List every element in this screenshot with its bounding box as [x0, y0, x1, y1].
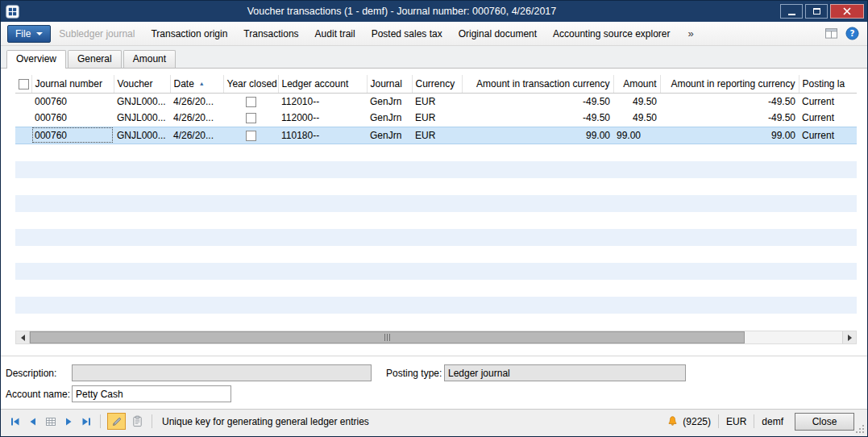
- cell-year-closed[interactable]: [223, 127, 278, 144]
- column-header-amount[interactable]: Amount: [613, 75, 660, 93]
- menu-item-accounting-source-explorer[interactable]: Accounting source explorer: [545, 28, 678, 40]
- table-row[interactable]: 000760 GNJL000... 4/26/20... 112000-- Ge…: [15, 110, 857, 127]
- scrollbar-track[interactable]: [30, 331, 842, 343]
- select-all-checkbox[interactable]: [19, 79, 29, 89]
- scrollbar-grip-icon: [387, 334, 388, 341]
- first-record-button[interactable]: [7, 414, 23, 429]
- cell-journal[interactable]: GenJrn: [367, 127, 412, 144]
- menu-item-transaction-origin[interactable]: Transaction origin: [143, 28, 235, 40]
- cell-amount[interactable]: 99.00: [613, 127, 660, 144]
- resize-grip[interactable]: [855, 424, 866, 435]
- select-all-header[interactable]: [15, 75, 31, 93]
- column-header-posting-layer[interactable]: Posting la: [799, 75, 857, 93]
- cell-journal[interactable]: GenJrn: [367, 93, 412, 110]
- previous-record-button[interactable]: [25, 414, 40, 429]
- row-selector[interactable]: [15, 127, 31, 144]
- cell-currency[interactable]: EUR: [412, 110, 462, 127]
- tab-strip: Overview General Amount: [1, 46, 867, 69]
- column-header-year-closed[interactable]: Year closed: [223, 75, 278, 93]
- column-header-journal[interactable]: Journal: [367, 75, 412, 93]
- cell-ledger-account[interactable]: 112010--: [278, 93, 367, 110]
- row-selector[interactable]: [15, 110, 31, 127]
- cell-year-closed[interactable]: [223, 93, 278, 110]
- cell-amount-transaction-currency[interactable]: 99.00: [462, 127, 613, 144]
- maximize-button[interactable]: [805, 4, 828, 19]
- tab-overview[interactable]: Overview: [6, 50, 66, 69]
- account-name-field[interactable]: [72, 385, 231, 402]
- notification-count[interactable]: (9225): [683, 416, 711, 427]
- status-help-text: Unique key for generating general ledger…: [162, 416, 369, 427]
- column-header-amount-reporting-currency[interactable]: Amount in reporting currency: [660, 75, 799, 93]
- cell-voucher[interactable]: GNJL000...: [114, 110, 170, 127]
- cell-journal[interactable]: GenJrn: [367, 110, 412, 127]
- posting-type-label: Posting type:: [386, 368, 442, 379]
- notifications-bell-icon[interactable]: [665, 414, 680, 429]
- column-header-ledger-account[interactable]: Ledger account: [278, 75, 367, 93]
- cell-date[interactable]: 4/26/20...: [170, 93, 223, 110]
- minimize-button[interactable]: [780, 4, 803, 19]
- close-window-button[interactable]: [830, 4, 864, 19]
- cell-posting-layer[interactable]: Current: [799, 110, 857, 127]
- menu-item-posted-sales-tax[interactable]: Posted sales tax: [363, 28, 451, 40]
- table-row-selected[interactable]: 000760 GNJL000... 4/26/20... 110180-- Ge…: [15, 127, 857, 144]
- column-header-amount-transaction-currency[interactable]: Amount in transaction currency: [462, 75, 613, 93]
- cell-currency[interactable]: EUR: [412, 127, 462, 144]
- tab-general[interactable]: General: [68, 50, 122, 68]
- cell-amount-reporting-currency[interactable]: -49.50: [660, 110, 799, 127]
- cell-posting-layer[interactable]: Current: [799, 93, 857, 110]
- cell-amount[interactable]: 49.50: [613, 93, 660, 110]
- column-label: Journal: [371, 78, 402, 89]
- cell-amount[interactable]: 49.50: [613, 110, 660, 127]
- file-menu-button[interactable]: File: [7, 25, 51, 43]
- year-closed-checkbox[interactable]: [246, 131, 256, 141]
- cell-voucher[interactable]: GNJL000...: [114, 93, 170, 110]
- year-closed-checkbox[interactable]: [246, 97, 256, 107]
- cell-year-closed[interactable]: [223, 110, 278, 127]
- status-company[interactable]: demf: [762, 416, 783, 427]
- column-header-voucher[interactable]: Voucher: [114, 75, 170, 93]
- status-currency[interactable]: EUR: [726, 416, 746, 427]
- row-selector[interactable]: [15, 93, 31, 110]
- window-layout-icon[interactable]: [824, 27, 838, 40]
- column-header-currency[interactable]: Currency: [412, 75, 462, 93]
- help-icon[interactable]: ?: [845, 27, 859, 40]
- tab-amount[interactable]: Amount: [123, 50, 176, 68]
- cell-ledger-account[interactable]: 112000--: [278, 110, 367, 127]
- separator: [754, 414, 754, 428]
- close-icon: [843, 7, 851, 15]
- menu-item-original-document[interactable]: Original document: [451, 28, 545, 40]
- menu-item-transactions[interactable]: Transactions: [235, 28, 306, 40]
- cell-amount-transaction-currency[interactable]: -49.50: [462, 93, 613, 110]
- menu-item-subledger-journal: Subledger journal: [51, 28, 143, 40]
- horizontal-scrollbar[interactable]: [15, 331, 857, 344]
- scrollbar-thumb[interactable]: [30, 331, 745, 343]
- minimize-icon: [788, 14, 795, 15]
- cell-date[interactable]: 4/26/20...: [170, 110, 223, 127]
- scroll-right-button[interactable]: [842, 331, 856, 343]
- clipboard-icon[interactable]: [130, 414, 145, 429]
- cell-amount-reporting-currency[interactable]: -49.50: [660, 93, 799, 110]
- edit-mode-toggle[interactable]: [107, 413, 126, 430]
- cell-journal-number[interactable]: 000760: [31, 110, 114, 127]
- last-record-button[interactable]: [78, 414, 93, 429]
- menu-item-audit-trail[interactable]: Audit trail: [307, 28, 363, 40]
- year-closed-checkbox[interactable]: [246, 113, 256, 123]
- cell-date[interactable]: 4/26/20...: [170, 127, 223, 144]
- cell-voucher[interactable]: GNJL000...: [114, 127, 170, 144]
- column-header-journal-number[interactable]: Journal number: [31, 75, 114, 93]
- close-button[interactable]: Close: [795, 413, 854, 431]
- next-record-button[interactable]: [60, 414, 76, 429]
- cell-posting-layer[interactable]: Current: [799, 127, 857, 144]
- cell-journal-number[interactable]: 000760: [31, 127, 114, 144]
- menu-overflow-chevron[interactable]: »: [688, 27, 694, 40]
- cell-amount-transaction-currency[interactable]: -49.50: [462, 110, 613, 127]
- cell-amount-reporting-currency[interactable]: 99.00: [660, 127, 799, 144]
- table-row[interactable]: 000760 GNJL000... 4/26/20... 112010-- Ge…: [15, 93, 857, 110]
- grid-view-button[interactable]: [43, 414, 58, 429]
- cell-journal-number[interactable]: 000760: [31, 93, 114, 110]
- column-header-date[interactable]: Date▲: [170, 75, 223, 93]
- cell-currency[interactable]: EUR: [412, 93, 462, 110]
- cell-ledger-account[interactable]: 110180--: [278, 127, 367, 144]
- scroll-left-button[interactable]: [16, 331, 30, 343]
- column-label: Currency: [416, 78, 455, 89]
